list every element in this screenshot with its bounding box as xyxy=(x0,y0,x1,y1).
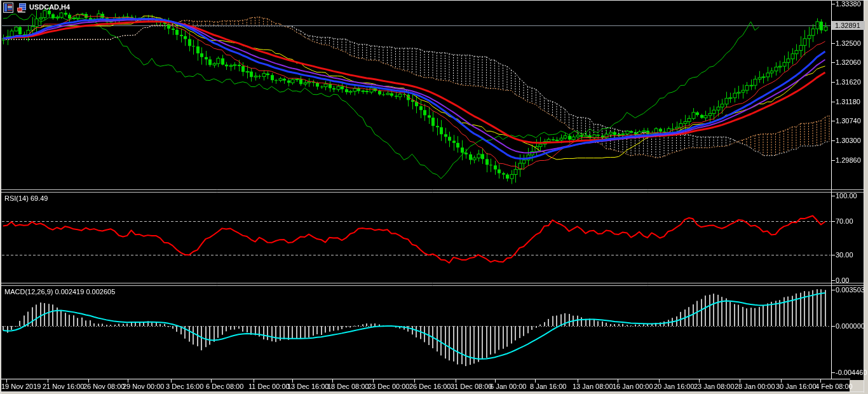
mt4-chart-window: USDCAD,H4 RSI(14) 69.49 MACD(12,26,9) 0.… xyxy=(0,0,868,394)
time-axis-label: 13 Jan 08:00 xyxy=(573,383,613,390)
rsi-axis-label: 70.00 xyxy=(836,217,853,225)
time-axis-label: 23 Jan 08:00 xyxy=(694,383,735,390)
rsi-axis-label: 0.00 xyxy=(836,276,849,284)
macd-axis-label: 0.003503 xyxy=(836,286,865,294)
time-axis-label: 13 Dec 16:00 xyxy=(287,383,329,390)
price-axis[interactable]: 1.333801.325001.320601.316201.311801.307… xyxy=(0,0,868,379)
time-axis-label: 3 Dec 16:00 xyxy=(166,383,203,390)
time-axis-label: 28 Jan 00:00 xyxy=(735,383,775,390)
price-axis-label: 1.30300 xyxy=(836,137,861,144)
current-price-box: 1.32891 xyxy=(832,21,865,30)
time-axis[interactable]: 19 Nov 201921 Nov 16:0026 Nov 08:0029 No… xyxy=(0,383,851,393)
rsi-axis-label: 30.00 xyxy=(836,251,853,259)
time-axis-label: 18 Dec 08:00 xyxy=(327,383,369,390)
rsi-axis-label: 100.00 xyxy=(836,192,857,200)
price-axis-label: 1.33380 xyxy=(836,0,861,8)
macd-axis-label: 0.000000 xyxy=(836,322,865,330)
price-axis-label: 1.32060 xyxy=(836,58,861,66)
price-axis-label: 1.29860 xyxy=(836,156,861,164)
time-axis-label: 20 Jan 16:00 xyxy=(654,383,695,390)
time-axis-label: 8 Jan 16:00 xyxy=(530,383,567,390)
time-axis-label: 30 Jan 16:00 xyxy=(776,383,817,390)
price-axis-label: 1.32500 xyxy=(836,39,861,47)
time-axis-label: 19 Nov 2019 xyxy=(1,383,41,390)
time-axis-label: 16 Jan 00:00 xyxy=(613,383,653,390)
time-axis-label: 6 Jan 00:00 xyxy=(490,383,527,390)
macd-axis-label: -0.004460 xyxy=(836,369,867,376)
time-axis-label: 6 Dec 08:00 xyxy=(206,383,243,390)
price-axis-label: 1.30740 xyxy=(836,117,861,125)
price-axis-label: 1.31620 xyxy=(836,78,861,86)
time-axis-label: 26 Nov 08:00 xyxy=(83,383,125,390)
price-axis-label: 1.31180 xyxy=(836,98,860,105)
time-axis-label: 21 Nov 16:00 xyxy=(43,383,84,390)
time-axis-label: 4 Feb 08:00 xyxy=(815,383,853,390)
time-axis-label: 23 Dec 00:00 xyxy=(368,383,409,390)
time-axis-label: 29 Nov 00:00 xyxy=(123,383,164,390)
time-axis-label: 11 Dec 00:00 xyxy=(248,383,290,390)
time-axis-label: 31 Dec 08:00 xyxy=(451,383,492,390)
time-axis-label: 26 Dec 16:00 xyxy=(409,383,451,390)
